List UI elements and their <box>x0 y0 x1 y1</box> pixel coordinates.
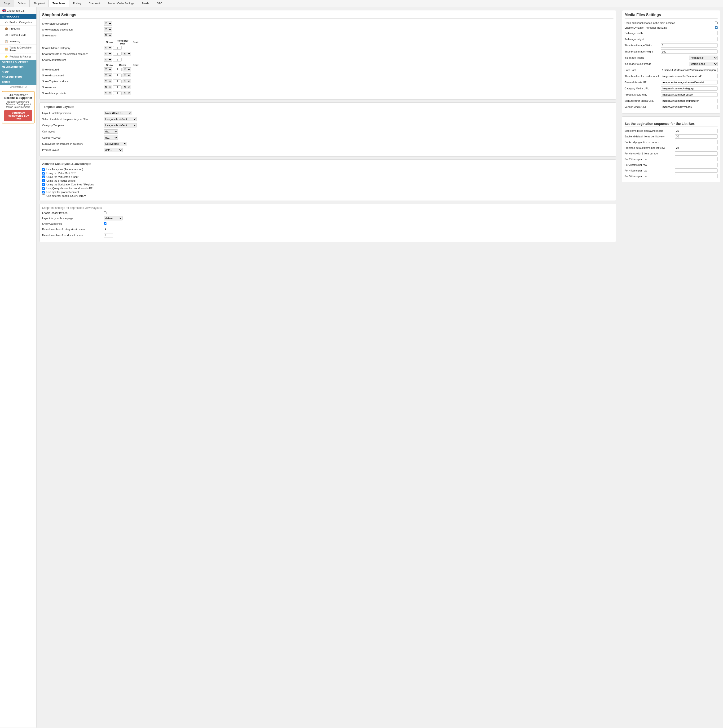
product-scripts-checkbox[interactable] <box>42 179 45 182</box>
nav-orders[interactable]: Orders <box>14 0 30 7</box>
show-discontinued-show-select[interactable]: Yi <box>104 73 112 77</box>
products-in-row-input[interactable] <box>104 233 113 237</box>
show-recent-show-select[interactable]: N <box>104 85 112 89</box>
enable-legacy-checkbox[interactable] <box>104 211 106 214</box>
nav-product-order-settings[interactable]: Product Order Settings <box>104 0 138 7</box>
thumbnail-height-input[interactable] <box>661 49 718 54</box>
home-page-layout-select[interactable]: default <box>104 216 123 220</box>
show-categories-checkbox[interactable] <box>104 222 106 225</box>
manufacturer-media-url-input[interactable] <box>661 99 718 103</box>
jquery-chosen-checkbox[interactable] <box>42 187 45 190</box>
right-panel: Media Files Settings Open additional ima… <box>619 7 723 728</box>
nav-pricing[interactable]: Pricing <box>69 0 85 7</box>
show-top-ten-show-select[interactable]: Yi <box>104 79 112 83</box>
sidebar-item-reviews[interactable]: ⭐ Reviews & Ratings <box>0 54 37 60</box>
fancybox-checkbox[interactable] <box>42 168 45 171</box>
sidebar-section-orders[interactable]: ORDERS & SHOPPERS <box>0 60 37 65</box>
show-latest-rows-input[interactable] <box>113 91 122 95</box>
4-items-input[interactable] <box>675 168 718 173</box>
sidebar-section-configuration[interactable]: CONFIGURATION <box>0 75 37 80</box>
show-products-show-select[interactable]: Yi <box>104 52 112 56</box>
2-items-row: For 2 items per row <box>625 157 718 161</box>
backend-pagination-sequence-input[interactable] <box>675 140 718 144</box>
external-jquery-checkbox[interactable] <box>42 194 45 197</box>
show-category-desc-select[interactable]: YiN <box>104 28 112 31</box>
thumbnail-width-input[interactable] <box>661 43 718 47</box>
nav-seo[interactable]: SEO <box>153 0 166 7</box>
max-items-input[interactable] <box>675 128 718 133</box>
shopfront-settings-title: Shopfront Settings <box>42 13 613 19</box>
5-items-input[interactable] <box>675 174 718 178</box>
virtuemart-jquery-checkbox[interactable] <box>42 176 45 178</box>
show-discontinued-rows-input[interactable] <box>113 73 122 77</box>
category-media-url-input[interactable] <box>661 86 718 90</box>
nav-templates[interactable]: Templates <box>49 0 69 7</box>
category-layout-select[interactable]: de... <box>104 136 118 140</box>
nav-checkout[interactable]: Checkout <box>85 0 104 7</box>
safe-path-input[interactable] <box>661 68 718 72</box>
views-1-item-input[interactable] <box>675 151 718 156</box>
vendor-media-url-input[interactable] <box>661 105 718 109</box>
backend-default-items-input[interactable] <box>675 135 718 139</box>
show-top-ten-omit-select[interactable]: Yi <box>123 79 131 83</box>
show-latest-show-select[interactable]: Yi <box>104 91 112 95</box>
general-assets-url-input[interactable] <box>661 80 718 84</box>
sidebar-item-products[interactable]: 📦 Products <box>0 26 37 32</box>
nav-feeds[interactable]: Feeds <box>138 0 153 7</box>
bootstrap-version-select[interactable]: None (Use Le... <box>104 111 132 115</box>
show-discontinued-omit-select[interactable]: Yi <box>123 73 131 77</box>
show-top-ten-rows-input[interactable] <box>113 80 122 83</box>
show-manufacturers-items-input[interactable] <box>113 58 122 61</box>
default-template-select[interactable]: Use joomla default <box>104 117 137 121</box>
product-media-url-input[interactable] <box>661 92 718 97</box>
show-products-items-input[interactable] <box>113 52 122 56</box>
fullimage-height-input[interactable] <box>661 37 718 41</box>
sidebar-item-custom-fields[interactable]: 🏷 Custom Fields <box>0 32 37 38</box>
open-additional-images-checkbox[interactable] <box>715 21 718 24</box>
sublayouts-select[interactable]: No override <box>104 142 127 146</box>
show-store-description-select[interactable]: YiN <box>104 21 112 26</box>
virtuemart-css-checkbox[interactable] <box>42 172 45 174</box>
show-recent-omit-select[interactable]: N <box>123 85 131 89</box>
no-image-select[interactable]: noimage.gif <box>689 56 718 60</box>
promo-buy-button[interactable]: VirtueMart membership Buy now <box>4 110 32 121</box>
sidebar-section-products[interactable]: 🛒 PRODUCTS <box>0 14 37 19</box>
sidebar-section-shop[interactable]: SHOP <box>0 70 37 75</box>
sidebar-item-taxes[interactable]: 🧮 Taxes & Calculation Rules <box>0 45 37 54</box>
show-recent-rows-input[interactable] <box>113 86 122 89</box>
show-latest-omit-select[interactable]: Yi <box>123 91 131 95</box>
frontend-default-items-input[interactable] <box>675 146 718 150</box>
sidebar-item-product-categories[interactable]: 🗂 Product Categories <box>0 19 37 26</box>
show-featured-omit-select[interactable]: Yi <box>123 67 131 72</box>
language-selector[interactable]: 🇬🇧 English (en-GB) <box>0 7 37 14</box>
category-template-label: Category Template <box>42 124 104 127</box>
product-layout-select[interactable]: defa... <box>104 148 123 152</box>
show-products-omit-select[interactable]: Yi <box>123 52 131 56</box>
nav-shopfront[interactable]: Shopfront <box>29 0 49 7</box>
sidebar-section-manufacturers[interactable]: MANUFACTURERS <box>0 65 37 70</box>
show-children-items-input[interactable] <box>113 46 122 50</box>
fullimage-width-input[interactable] <box>661 31 718 35</box>
show-latest-label: Show latest products <box>42 92 104 95</box>
enable-dynamic-thumbnail-checkbox[interactable] <box>715 26 718 29</box>
script-ajax-checkbox[interactable] <box>42 183 45 186</box>
show-search-select[interactable]: NYi <box>104 34 112 37</box>
sidebar-section-tools[interactable]: TOOLS <box>0 80 37 85</box>
show-children-show-select[interactable]: Yi <box>104 46 112 50</box>
fullimage-width-row: Fullimage width <box>625 31 718 35</box>
home-page-layout-label: Layout for your home page <box>42 217 104 220</box>
show-featured-rows-input[interactable] <box>113 68 122 71</box>
sidebar-item-inventory[interactable]: 📋 Inventory <box>0 38 37 45</box>
sidebar: 🇬🇧 English (en-GB) 🛒 PRODUCTS 🗂 Product … <box>0 7 37 728</box>
2-items-input[interactable] <box>675 157 718 161</box>
no-image-found-select[interactable]: warning.png <box>689 62 718 66</box>
nav-shop[interactable]: Shop <box>0 0 14 7</box>
show-featured-show-select[interactable]: Yi <box>104 67 112 72</box>
3-items-input[interactable] <box>675 163 718 167</box>
thumbnail-url-input[interactable] <box>661 74 718 78</box>
cart-layout-select[interactable]: de... <box>104 129 118 134</box>
categories-in-row-input[interactable] <box>104 227 113 231</box>
show-manufacturers-show-select[interactable]: Yi <box>104 58 112 62</box>
ajax-product-checkbox[interactable] <box>42 191 45 193</box>
category-template-select[interactable]: Use joomla default <box>104 123 137 127</box>
